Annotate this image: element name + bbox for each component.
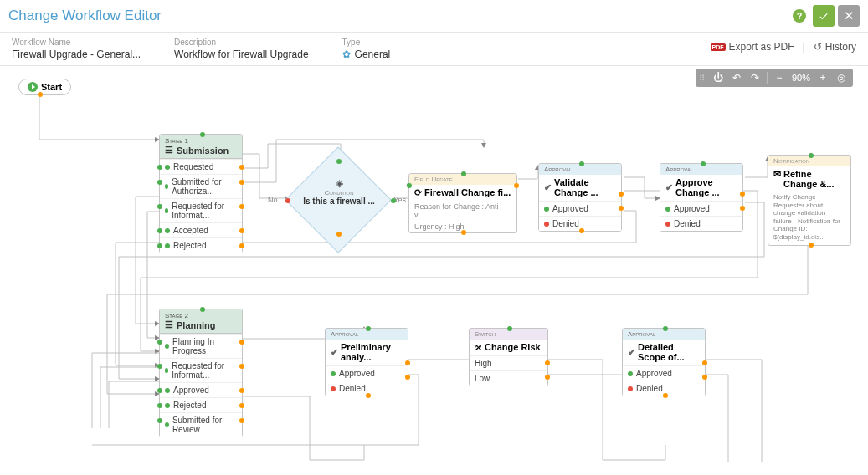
- workflow-name-label: Workflow Name: [12, 38, 141, 47]
- description: Workflow for Firewall Upgrade: [174, 49, 309, 60]
- play-icon: [28, 82, 38, 92]
- type-label: Type: [342, 38, 391, 47]
- stage-status-item: Submitted for Authoriza...: [160, 174, 242, 198]
- stage-status-item: Requested for Informat...: [160, 358, 242, 382]
- history-button[interactable]: ↺History: [814, 41, 856, 53]
- stage-status-item: Rejected: [160, 397, 242, 412]
- condition-icon: ◈: [280, 177, 398, 189]
- export-pdf-button[interactable]: PDFExport as PDF: [711, 41, 794, 53]
- stage-status-item: Rejected: [160, 238, 242, 253]
- gear-icon: ✿: [342, 49, 351, 60]
- condition-node[interactable]: ◈ Condition Is this a firewall ... No Ye…: [280, 167, 398, 234]
- approval-preliminary-node[interactable]: Approval ✔Preliminary analy... Approved …: [325, 328, 408, 396]
- zoom-in-button[interactable]: +: [814, 70, 831, 85]
- stage-status-item: Planning In Progress: [160, 334, 242, 358]
- canvas-toolbar: ⠿ ⏻ ↶ ↷ − 90% + ◎: [696, 69, 853, 87]
- redo-icon[interactable]: ↷: [747, 70, 763, 85]
- stage1-node[interactable]: Stage 1 ☰Submission RequestedSubmitted f…: [159, 134, 243, 253]
- history-icon: ↺: [814, 41, 822, 53]
- stage-status-item: Submitted for Review: [160, 412, 242, 437]
- page-title: Change Workflow Editor: [8, 8, 162, 24]
- stage-status-item: Approved: [160, 382, 242, 397]
- check-icon: ✔: [628, 347, 635, 358]
- stack-icon: ☰: [165, 145, 173, 156]
- grip-icon[interactable]: ⠿: [699, 74, 703, 83]
- approval-approve-node[interactable]: Approval ✔Approve Change ... Approved De…: [660, 163, 743, 232]
- branch-icon: ⤱: [475, 342, 482, 353]
- connectors: [0, 60, 868, 475]
- stage-status-item: Accepted: [160, 222, 242, 238]
- approval-scope-node[interactable]: Approval ✔Detailed Scope of... Approved …: [622, 328, 706, 396]
- workflow-canvas[interactable]: ⠿ ⏻ ↶ ↷ − 90% + ◎: [0, 60, 868, 475]
- field-update-node[interactable]: Field Update ⟳Firewall Change fi... Reas…: [408, 173, 517, 233]
- workflow-name: Firewall Upgrade - General...: [12, 49, 141, 60]
- start-node[interactable]: Start: [18, 79, 71, 95]
- stage2-node[interactable]: Stage 2 ☰Planning Planning In ProgressRe…: [159, 309, 243, 437]
- zoom-level: 90%: [789, 73, 813, 83]
- help-icon[interactable]: ?: [793, 9, 806, 23]
- fit-icon[interactable]: ◎: [833, 70, 850, 85]
- type-value: ✿ General: [342, 49, 391, 60]
- mail-icon: ✉: [773, 169, 781, 189]
- description-label: Description: [174, 38, 309, 47]
- zoom-out-button[interactable]: −: [771, 70, 788, 85]
- notification-node[interactable]: Notification ✉Refine Change &... Notify …: [768, 155, 851, 246]
- undo-icon[interactable]: ↶: [728, 70, 745, 85]
- approval-validate-node[interactable]: Approval ✔Validate Change ... Approved D…: [538, 163, 622, 232]
- pdf-icon: PDF: [711, 43, 726, 51]
- close-button[interactable]: ✕: [838, 5, 860, 27]
- check-icon: ✔: [331, 347, 338, 358]
- refresh-icon: ⟳: [414, 187, 422, 198]
- stage-status-item: Requested for Informat...: [160, 198, 242, 222]
- switch-node[interactable]: Switch ⤱Change Risk High Low: [469, 328, 548, 386]
- check-icon: ✔: [544, 182, 552, 193]
- stack-icon: ☰: [165, 319, 173, 330]
- save-button[interactable]: [813, 5, 835, 27]
- stage-status-item: Requested: [160, 159, 242, 174]
- check-icon: ✔: [665, 182, 673, 193]
- power-icon[interactable]: ⏻: [710, 70, 727, 85]
